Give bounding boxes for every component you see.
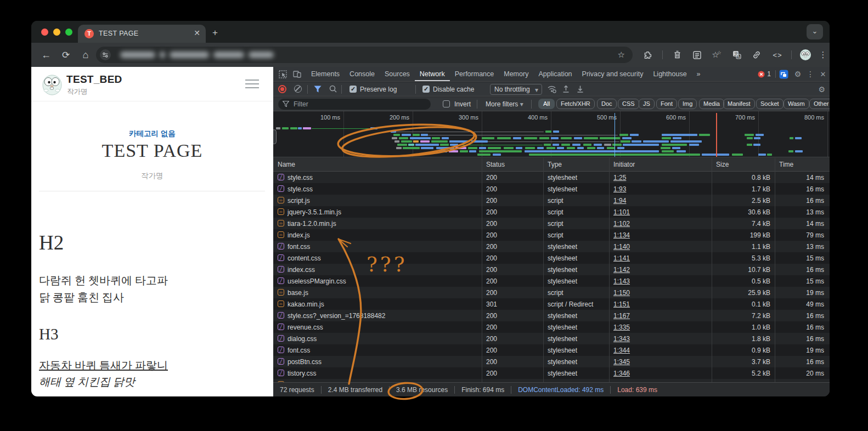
invert-checkbox[interactable] xyxy=(443,100,450,107)
preserve-log-checkbox[interactable]: ✓ xyxy=(350,86,357,93)
reload-icon[interactable]: ⟳ xyxy=(58,43,74,67)
devtools-tab-elements[interactable]: Elements xyxy=(306,67,345,81)
request-row[interactable]: ╱uselessPMargin.css200stylesheet1:1430.5… xyxy=(273,275,830,287)
filter-chip-js[interactable]: JS xyxy=(639,99,655,109)
browser-tab[interactable]: T TEST PAGE ✕ xyxy=(78,25,206,43)
column-header-time[interactable]: Time xyxy=(779,161,793,168)
request-initiator[interactable]: 1:142 xyxy=(613,266,630,274)
device-mode-badge-icon[interactable] xyxy=(776,70,791,79)
home-icon[interactable]: ⌂ xyxy=(77,43,94,67)
request-row[interactable]: ╱index.css200stylesheet1:14210.7 kB16 ms xyxy=(273,264,830,275)
request-initiator[interactable]: 1:134 xyxy=(613,231,630,239)
request-initiator[interactable]: 1:94 xyxy=(613,197,626,205)
filter-chip-fetch-xhr[interactable]: Fetch/XHR xyxy=(556,99,595,109)
request-row[interactable]: ╱style.css200stylesheet1:250.8 kB14 ms xyxy=(273,172,830,183)
filter-chip-manifest[interactable]: Manifest xyxy=(723,99,755,109)
devtools-tab-application[interactable]: Application xyxy=(533,67,577,81)
column-header-name[interactable]: Name xyxy=(278,161,295,168)
filter-chip-other[interactable]: Other xyxy=(809,99,830,109)
dev-code-icon[interactable]: <> xyxy=(770,43,785,67)
column-header-type[interactable]: Type xyxy=(548,161,562,168)
delete-icon[interactable] xyxy=(669,43,685,67)
console-errors-badge[interactable]: 1 xyxy=(758,70,771,78)
site-settings-icon[interactable] xyxy=(100,49,111,60)
column-header-initiator[interactable]: Initiator xyxy=(613,161,635,168)
blog-title[interactable]: TEST_BED xyxy=(66,73,122,86)
filter-chip-all[interactable]: All xyxy=(538,99,555,109)
more-filters-dropdown[interactable]: More filters ▾ xyxy=(486,100,523,108)
filter-chip-font[interactable]: Font xyxy=(656,99,677,109)
devtools-tab-sources[interactable]: Sources xyxy=(380,67,415,81)
bookmark-star-icon[interactable]: ☆ xyxy=(618,50,625,60)
request-row[interactable]: ╱style.css200stylesheet1:931.7 kB16 ms xyxy=(273,183,830,195)
request-initiator[interactable]: 1:150 xyxy=(613,289,630,297)
request-row[interactable]: ‹›script.js200script1:942.5 kB16 ms xyxy=(273,195,830,206)
reading-list-icon[interactable] xyxy=(689,43,704,67)
filter-chip-img[interactable]: Img xyxy=(678,99,697,109)
devtools-tab-console[interactable]: Console xyxy=(345,67,380,81)
record-icon[interactable] xyxy=(278,85,286,93)
column-divider[interactable] xyxy=(543,158,544,382)
request-row[interactable]: ╱revenue.css200stylesheet1:3351.0 kB16 m… xyxy=(273,321,830,333)
request-row[interactable]: ╱font.css200stylesheet1:1401.1 kB13 ms xyxy=(273,241,830,252)
paragraph-link[interactable]: 자동차 바퀴 틈새가 파랗니 xyxy=(39,358,168,373)
maximize-window-button[interactable] xyxy=(65,29,72,36)
devtools-tab-privacy-and-security[interactable]: Privacy and security xyxy=(577,67,649,81)
request-row[interactable]: ‹›tiara-1.2.0.min.js200script1:1027.4 kB… xyxy=(273,218,830,229)
disable-cache-checkbox[interactable]: ✓ xyxy=(422,86,430,93)
request-initiator[interactable]: 1:167 xyxy=(613,312,630,320)
network-settings-gear-icon[interactable]: ⚙ xyxy=(818,85,825,94)
hamburger-menu-icon[interactable] xyxy=(245,80,259,91)
devtools-tab-network[interactable]: Network xyxy=(415,67,450,81)
disable-cache-label[interactable]: Disable cache xyxy=(433,86,474,93)
minimize-window-button[interactable] xyxy=(53,29,60,36)
request-initiator[interactable]: 1:343 xyxy=(613,335,630,343)
filter-chip-css[interactable]: CSS xyxy=(618,99,639,109)
filter-chip-wasm[interactable]: Wasm xyxy=(784,99,809,109)
close-devtools-icon[interactable]: ✕ xyxy=(816,70,830,78)
column-header-status[interactable]: Status xyxy=(486,161,505,168)
profile-avatar[interactable] xyxy=(797,43,814,67)
request-initiator[interactable]: 1:93 xyxy=(613,185,626,193)
request-row[interactable]: ╱font.css200stylesheet1:3440.9 kB19 ms xyxy=(273,344,830,356)
address-bar[interactable]: ☆ xyxy=(96,47,633,63)
settings-gear-icon[interactable]: ⚙ xyxy=(791,70,804,78)
bookmark-manager-icon[interactable]: ☆☆ xyxy=(709,43,724,67)
invert-label[interactable]: Invert xyxy=(454,100,471,108)
request-initiator[interactable]: 1:25 xyxy=(613,174,626,182)
filter-chip-doc[interactable]: Doc xyxy=(597,99,617,109)
request-row[interactable]: ╱postBtn.css200stylesheet1:3453.7 kB16 m… xyxy=(273,356,830,367)
column-divider[interactable] xyxy=(482,158,482,382)
column-header-size[interactable]: Size xyxy=(716,161,729,168)
device-toolbar-icon[interactable] xyxy=(290,70,304,78)
devtools-tab-memory[interactable]: Memory xyxy=(499,67,533,81)
close-tab-icon[interactable]: ✕ xyxy=(194,29,200,37)
new-tab-button[interactable]: + xyxy=(212,27,218,38)
request-initiator[interactable]: 1:141 xyxy=(613,254,630,262)
column-divider[interactable] xyxy=(712,158,712,382)
request-row[interactable]: ╱dialog.css200stylesheet1:3431.8 kB16 ms xyxy=(273,333,830,344)
tab-search-chevron-icon[interactable]: ⌄ xyxy=(807,24,823,39)
request-initiator[interactable]: 1:143 xyxy=(613,277,630,285)
devtools-tab-performance[interactable]: Performance xyxy=(450,67,499,81)
filter-input[interactable]: Filter xyxy=(278,99,431,110)
request-initiator[interactable]: 1:101 xyxy=(613,208,630,216)
devtools-kebab-icon[interactable]: ⋮ xyxy=(804,70,816,78)
request-initiator[interactable]: 1:151 xyxy=(613,300,630,308)
column-divider[interactable] xyxy=(609,158,610,382)
request-row[interactable]: ╱content.css200stylesheet1:1415.3 kB15 m… xyxy=(273,252,830,264)
clear-icon[interactable] xyxy=(294,85,302,93)
blog-avatar[interactable] xyxy=(41,73,64,96)
request-initiator[interactable]: 1:140 xyxy=(613,243,630,251)
request-row[interactable]: ‹›kakao.min.js301script / Redirect1:1510… xyxy=(273,298,830,310)
overview-resize-handle[interactable] xyxy=(273,129,277,144)
request-row[interactable]: ╱tistory.css200stylesheet1:3465.2 kB20 m… xyxy=(273,367,830,379)
extensions-icon[interactable] xyxy=(639,43,656,67)
request-initiator[interactable]: 1:344 xyxy=(613,347,630,354)
request-initiator[interactable]: 1:335 xyxy=(613,324,630,331)
request-initiator[interactable]: 1:345 xyxy=(613,358,630,366)
preserve-log-label[interactable]: Preserve log xyxy=(360,86,397,93)
column-divider[interactable] xyxy=(775,158,775,382)
copy-link-icon[interactable] xyxy=(749,43,764,67)
inspect-element-icon[interactable] xyxy=(275,70,290,78)
